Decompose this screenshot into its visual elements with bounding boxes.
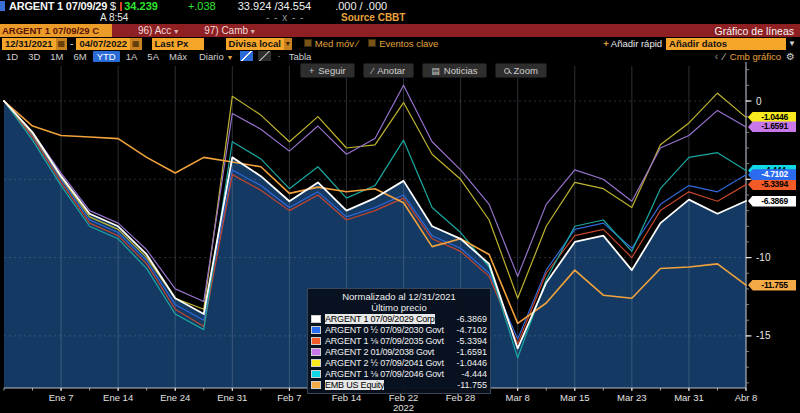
legend-last-value: -1.6591 (456, 347, 487, 357)
currency-symbol: $ (110, 0, 116, 12)
mid-marker: - - x - - (266, 12, 304, 23)
period-tab-1d[interactable]: 1D (2, 51, 22, 62)
x-axis-tick-label: Ene 24 (150, 392, 200, 403)
period-tabs: 1D3D1M6MYTD1A5AMáx (2, 51, 191, 62)
calendar-icon[interactable]: ▦ (56, 38, 68, 50)
yield-pair: .000 / .000 (335, 0, 387, 12)
security-name: ARGENT 1 07/09/29 (9, 0, 107, 12)
separator-dot: · (277, 51, 280, 62)
legend-series-name: ARGENT 0 ½ 07/09/2030 Govt (325, 325, 444, 335)
legend-series-name: ARGENT 2 01/09/2038 Govt (325, 347, 434, 357)
x-axis-tick-label: Ene 14 (93, 392, 143, 403)
chart-settings-group: ‹ ∕ Cmb gráfico ⚙ (715, 51, 800, 62)
bid-ask: 33.924 /34.554 (238, 0, 311, 12)
calendar-icon[interactable]: ▦ (130, 38, 142, 50)
period-tab-5a[interactable]: 5A (143, 51, 163, 62)
alt-chart-type-icon[interactable] (258, 51, 271, 61)
chart-controls-row: 12/31/2021 ▦ - 04/07/2022 ▦ Last Px Divi… (0, 37, 800, 50)
key-events-toggle[interactable]: Eventos clave (368, 38, 438, 49)
period-tab-6m[interactable]: 6M (70, 51, 91, 62)
add-data-input[interactable]: Añadir datos (666, 38, 786, 50)
last-value-badge: -1.0446 (748, 112, 796, 123)
date-from-input[interactable]: 12/31/2021 (2, 38, 56, 50)
period-tab-3d[interactable]: 3D (24, 51, 44, 62)
frequency-select[interactable]: Diario ▼ (199, 51, 233, 62)
svg-text:0: 0 (756, 96, 762, 107)
period-tab-ytd[interactable]: YTD (93, 51, 120, 62)
legend-series-name: ARGENT 1 ⅛ 07/09/2046 Govt (325, 369, 444, 379)
anotar-button[interactable]: ∕Anotar (363, 63, 415, 78)
zoom-button[interactable]: Zoom (495, 63, 547, 78)
legend-series-name: ARGENT 1 07/09/2029 Corp (325, 314, 435, 324)
mov-avg-toggle[interactable]: Med móv ∕ (304, 38, 358, 49)
last-value-badge: -6.3869 (748, 196, 796, 207)
legend-row[interactable]: ARGENT 1 ⅛ 07/09/2035 Govt-5.3394 (311, 335, 487, 346)
legend-row[interactable]: ARGENT 2 01/09/2038 Govt-1.6591 (311, 346, 487, 357)
legend-swatch-icon (311, 359, 321, 367)
price-source: Source CBBT (341, 12, 405, 23)
svg-text:-10: -10 (756, 252, 771, 263)
menu-acciones[interactable]: 96) Acc ▾ (138, 25, 178, 36)
period-tab-1a[interactable]: 1A (122, 51, 142, 62)
menu-cambiar[interactable]: 97) Camb ▾ (204, 25, 255, 36)
change-chart-button[interactable]: Cmb gráfico (730, 51, 781, 62)
quote-subline: A 8:54 - - x - - Source CBBT (0, 12, 420, 24)
currency-select[interactable]: Divisa local (226, 38, 284, 50)
last-price: 34.239 (124, 0, 158, 12)
price-change: +.038 (188, 0, 216, 12)
pencil-icon[interactable]: ∕ (723, 51, 725, 62)
legend-swatch-icon (311, 326, 321, 334)
legend-row[interactable]: ARGENT 2 ½ 07/09/2041 Govt-1.0446 (311, 357, 487, 368)
legend-last-value: -11.755 (457, 380, 487, 390)
period-tab-1m[interactable]: 1M (46, 51, 67, 62)
legend-row[interactable]: ARGENT 0 ½ 07/09/2030 Govt-4.7102 (311, 324, 487, 335)
legend-last-value: -1.0446 (456, 358, 487, 368)
function-menu-bar: ARGENT 1 07/09/29 C 96) Acc ▾ 97) Camb ▾… (0, 24, 800, 37)
news-icon: ▤ (431, 66, 440, 76)
legend-last-value: -4.7102 (456, 325, 487, 335)
period-tab-máx[interactable]: Máx (165, 51, 191, 62)
checkbox-icon[interactable] (368, 39, 376, 47)
add-quick-button[interactable]: + Añadir rápid (603, 38, 662, 49)
price-field-select[interactable]: Last Px (152, 38, 204, 50)
table-button[interactable]: Tabla (289, 51, 312, 62)
seguir-button[interactable]: +Seguir (300, 63, 355, 78)
chevron-down-icon: ▼ (226, 54, 233, 61)
screen-title: Gráfico de líneas (715, 25, 800, 37)
svg-text:-15: -15 (756, 330, 771, 341)
legend-swatch-icon (311, 370, 321, 378)
chevron-down-icon[interactable]: ▾ (284, 38, 292, 50)
legend-swatch-icon (311, 381, 321, 389)
collapse-chevron-icon[interactable]: ‹ (715, 51, 718, 62)
x-axis-tick-label: Ene 7 (36, 392, 86, 403)
legend-row[interactable]: ARGENT 1 07/09/2029 Corp-6.3869 (311, 313, 487, 324)
x-axis-tick-label: Mar 8 (493, 392, 543, 403)
crosshair-icon: + (309, 66, 314, 76)
quote-line: ARGENT 1 07/09/29 $ 34.239 +.038 33.924 … (0, 0, 420, 12)
legend-last-value: -5.3394 (456, 336, 487, 346)
legend-row[interactable]: ARGENT 1 ⅛ 07/09/2046 Govt-4.444 (311, 368, 487, 379)
chevron-down-icon: ▾ (251, 27, 255, 36)
period-row: 1D3D1M6MYTD1A5AMáx Diario ▼ · Tabla ‹ ∕ … (0, 50, 800, 62)
price-direction-icon (120, 2, 122, 11)
legend-title: Normalizado al 12/31/2021 (311, 291, 487, 302)
date-to-input[interactable]: 04/07/2022 (76, 38, 130, 50)
security-marker-icon (0, 1, 5, 11)
chart-legend: Normalizado al 12/31/2021 Último precio … (307, 288, 491, 394)
gear-icon[interactable]: ⚙ (786, 51, 795, 62)
last-value-badge: -4.7102 (748, 169, 796, 180)
legend-row[interactable]: EMB US Equity-11.755 (311, 379, 487, 390)
x-axis-year-label: 2022 (379, 402, 429, 413)
session-time: A 8:54 (100, 12, 128, 23)
checkbox-icon[interactable] (304, 39, 312, 47)
bloomberg-terminal-window: ARGENT 1 07/09/29 $ 34.239 +.038 33.924 … (0, 0, 800, 413)
noticias-button[interactable]: ▤Noticias (422, 63, 486, 78)
legend-subtitle: Último precio (311, 302, 487, 313)
line-chart-type-icon[interactable] (240, 51, 253, 61)
legend-swatch-icon (311, 337, 321, 345)
last-value-badge: -5.3394 (748, 179, 796, 190)
legend-last-value: -4.444 (461, 369, 487, 379)
chevron-down-icon[interactable]: ▼ (788, 39, 800, 48)
security-input[interactable]: ARGENT 1 07/09/29 C (0, 24, 112, 37)
x-axis-tick-label: Mar 31 (664, 392, 714, 403)
